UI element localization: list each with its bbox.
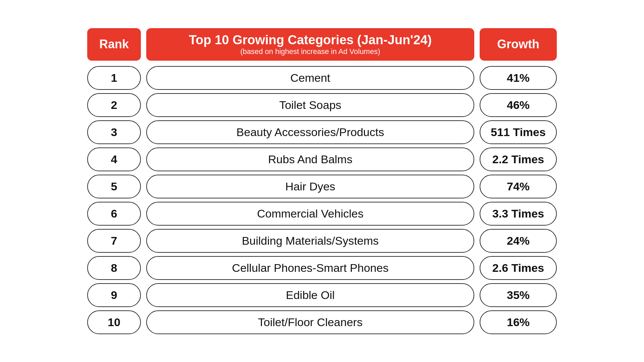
table-row-3: 3 Beauty Accessories/Products 511 Times <box>87 120 557 144</box>
rank-pill-8: 8 <box>87 256 141 280</box>
growth-value: 3.3 Times <box>492 207 544 220</box>
growth-header: Growth <box>480 28 557 61</box>
category-pill-3: Beauty Accessories/Products <box>146 120 474 144</box>
rank-value: 10 <box>108 316 120 329</box>
rank-pill-10: 10 <box>87 310 141 334</box>
growth-pill-4: 2.2 Times <box>480 147 557 171</box>
table-row-2: 2 Toilet Soaps 46% <box>87 93 557 117</box>
growth-header-label: Growth <box>497 37 539 51</box>
growth-pill-3: 511 Times <box>480 120 557 144</box>
table-row-5: 5 Hair Dyes 74% <box>87 175 557 198</box>
header-row: Rank Top 10 Growing Categories (Jan-Jun'… <box>87 28 557 61</box>
growth-value: 46% <box>507 99 530 112</box>
category-value: Building Materials/Systems <box>242 234 379 247</box>
table-row-4: 4 Rubs And Balms 2.2 Times <box>87 147 557 171</box>
rank-pill-4: 4 <box>87 147 141 171</box>
rank-value: 1 <box>111 71 117 84</box>
category-pill-1: Cement <box>146 66 474 90</box>
rank-value: 9 <box>111 289 117 302</box>
category-value: Commercial Vehicles <box>257 207 363 220</box>
rank-value: 4 <box>111 153 117 166</box>
rank-pill-6: 6 <box>87 202 141 226</box>
table-row-7: 7 Building Materials/Systems 24% <box>87 229 557 253</box>
category-value: Toilet Soaps <box>279 99 341 112</box>
growth-pill-1: 41% <box>480 66 557 90</box>
growth-value: 511 Times <box>491 126 546 139</box>
main-table: Rank Top 10 Growing Categories (Jan-Jun'… <box>87 28 557 334</box>
category-pill-10: Toilet/Floor Cleaners <box>146 310 474 334</box>
rank-value: 6 <box>111 207 117 220</box>
growth-value: 16% <box>507 316 530 329</box>
rank-pill-7: 7 <box>87 229 141 253</box>
category-value: Hair Dyes <box>285 180 335 193</box>
category-pill-4: Rubs And Balms <box>146 147 474 171</box>
table-row-9: 9 Edible Oil 35% <box>87 283 557 307</box>
category-pill-6: Commercial Vehicles <box>146 202 474 226</box>
rank-value: 3 <box>111 126 117 139</box>
rank-pill-5: 5 <box>87 175 141 198</box>
rank-header-label: Rank <box>99 37 129 51</box>
growth-value: 35% <box>507 289 530 302</box>
growth-pill-8: 2.6 Times <box>480 256 557 280</box>
rank-value: 5 <box>111 180 117 193</box>
growth-value: 24% <box>507 234 530 247</box>
growth-value: 2.6 Times <box>492 261 544 275</box>
growth-pill-10: 16% <box>480 310 557 334</box>
category-value: Rubs And Balms <box>268 153 352 166</box>
rank-pill-1: 1 <box>87 66 141 90</box>
growth-value: 74% <box>507 180 530 193</box>
rank-pill-3: 3 <box>87 120 141 144</box>
category-value: Cement <box>290 71 330 84</box>
title-header: Top 10 Growing Categories (Jan-Jun'24) (… <box>146 28 474 61</box>
growth-value: 41% <box>507 71 530 84</box>
growth-value: 2.2 Times <box>492 153 544 166</box>
growth-pill-5: 74% <box>480 175 557 198</box>
table-row-10: 10 Toilet/Floor Cleaners 16% <box>87 310 557 334</box>
category-pill-7: Building Materials/Systems <box>146 229 474 253</box>
growth-pill-6: 3.3 Times <box>480 202 557 226</box>
category-pill-8: Cellular Phones-Smart Phones <box>146 256 474 280</box>
rank-pill-9: 9 <box>87 283 141 307</box>
rank-value: 8 <box>111 261 117 275</box>
rank-header: Rank <box>87 28 141 61</box>
rank-value: 7 <box>111 234 117 247</box>
category-pill-9: Edible Oil <box>146 283 474 307</box>
title-main: Top 10 Growing Categories (Jan-Jun'24) <box>189 33 432 47</box>
category-value: Edible Oil <box>286 289 335 302</box>
rank-value: 2 <box>111 99 117 112</box>
table-row-8: 8 Cellular Phones-Smart Phones 2.6 Times <box>87 256 557 280</box>
category-pill-2: Toilet Soaps <box>146 93 474 117</box>
table-row-1: 1 Cement 41% <box>87 66 557 90</box>
growth-pill-2: 46% <box>480 93 557 117</box>
category-value: Beauty Accessories/Products <box>236 126 384 139</box>
rank-pill-2: 2 <box>87 93 141 117</box>
category-pill-5: Hair Dyes <box>146 175 474 198</box>
growth-pill-9: 35% <box>480 283 557 307</box>
category-value: Toilet/Floor Cleaners <box>258 316 363 329</box>
category-value: Cellular Phones-Smart Phones <box>232 261 389 275</box>
title-sub: (based on highest increase in Ad Volumes… <box>240 47 380 56</box>
table-row-6: 6 Commercial Vehicles 3.3 Times <box>87 202 557 226</box>
growth-pill-7: 24% <box>480 229 557 253</box>
